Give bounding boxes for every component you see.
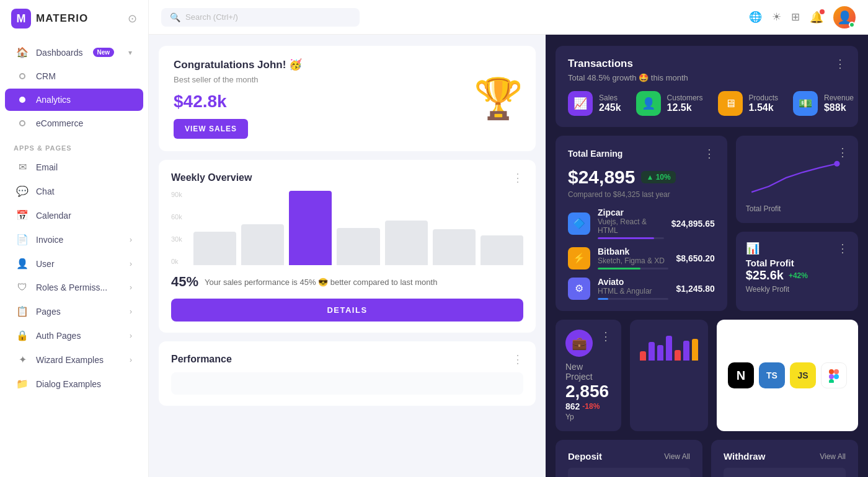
transactions-subtitle: Total 48.5% growth 🤩 this month: [568, 73, 846, 82]
bitbank-sub: Sketch, Figma & XD: [598, 256, 668, 265]
apps-pages-section: APPS & PAGES: [0, 136, 148, 154]
np-value-row: 2,856: [565, 382, 611, 401]
sidebar-item-ecommerce[interactable]: eCommerce: [5, 112, 143, 134]
bitbank-amount: $8,650.20: [676, 253, 714, 263]
chevron-right-icon-pages: ›: [130, 307, 132, 316]
bar-chart-container: 90k 60k 30k 0k: [171, 191, 523, 265]
weekly-overview-card: Weekly Overview ⋮ 90k 60k 30k 0k: [159, 160, 536, 333]
grid-icon[interactable]: ⊞: [791, 11, 800, 24]
chevron-right-icon: ›: [130, 235, 132, 244]
sidebar-collapse-icon[interactable]: ⊙: [128, 12, 137, 25]
weekly-more-button[interactable]: ⋮: [512, 171, 523, 185]
sidebar-item-user[interactable]: 👤 User ›: [5, 252, 143, 275]
withdraw-view-all[interactable]: View All: [820, 452, 846, 461]
sidebar-item-dashboards[interactable]: 🏠 Dashboards New ▾: [5, 41, 143, 64]
mini-bar-6: [683, 341, 689, 361]
wizard-icon: ✦: [16, 354, 29, 365]
sidebar-item-chat[interactable]: 💬 Chat: [5, 180, 143, 203]
sidebar-item-roles[interactable]: 🛡 Roles & Permiss... ›: [5, 276, 143, 299]
revenue-value: $88k: [824, 102, 854, 113]
aviato-sub: HTML & Angular: [598, 287, 668, 295]
mini-bar-7: [692, 339, 698, 361]
sidebar-label-dashboards: Dashboards: [36, 48, 83, 58]
performance-card: Performance ⋮: [159, 341, 536, 406]
np-sub-label: Yp: [565, 413, 611, 421]
logo-area: M MATERIO ⊙: [0, 0, 148, 37]
sidebar-label-invoice: Invoice: [36, 235, 63, 245]
transactions-title: Transactions: [568, 58, 633, 70]
sun-icon[interactable]: ☀: [772, 11, 781, 24]
dialog-icon: 📁: [16, 378, 29, 390]
sidebar-item-dialog[interactable]: 📁 Dialog Examples: [5, 372, 143, 395]
chevron-right-icon-wizard: ›: [130, 356, 132, 364]
bar-4: [337, 228, 379, 265]
sidebar-item-calendar[interactable]: 📅 Calendar: [5, 204, 143, 227]
revenue-icon: 💵: [793, 91, 818, 116]
home-icon: 🏠: [16, 46, 29, 58]
sidebar-item-pages[interactable]: 📋 Pages ›: [5, 300, 143, 323]
perf-placeholder: [171, 372, 523, 395]
stat-revenue: 💵 Revenue $88k: [793, 91, 854, 116]
aviato-icon: ⚙: [568, 278, 590, 300]
congrats-subtitle: Best seller of the month: [174, 75, 521, 84]
invoice-icon: 📄: [16, 234, 29, 245]
zipcar-amount: $24,895.65: [671, 219, 715, 229]
sidebar-item-crm[interactable]: CRM: [5, 65, 143, 87]
np-more-button[interactable]: ⋮: [600, 330, 611, 343]
sidebar-item-analytics[interactable]: Analytics: [5, 89, 143, 111]
right-panel: Transactions ⋮ Total 48.5% growth 🤩 this…: [546, 35, 868, 477]
bitbank-name: Bitbank: [598, 247, 668, 256]
circle-icon-crm: [16, 71, 29, 82]
sidebar-item-auth[interactable]: 🔒 Auth Pages ›: [5, 324, 143, 347]
user-avatar[interactable]: 👤: [833, 6, 856, 28]
earning-more-button[interactable]: ⋮: [704, 147, 715, 160]
transactions-more-button[interactable]: ⋮: [835, 57, 846, 71]
notification-bell[interactable]: 🔔: [810, 11, 823, 24]
earning-item-zipcar: 🔷 Zipcar Vuejs, React & HTML $24,895.65: [568, 208, 715, 239]
sidebar: M MATERIO ⊙ 🏠 Dashboards New ▾ CRM Analy…: [0, 0, 149, 477]
sidebar-label-auth: Auth Pages: [36, 331, 81, 341]
chevron-right-icon-user: ›: [130, 260, 132, 268]
performance-percentage: 45%: [171, 274, 198, 290]
withdraw-card: Withdraw View All: [711, 440, 858, 477]
translate-icon[interactable]: 🌐: [749, 11, 762, 24]
np-sub-row: 862 -18%: [565, 401, 611, 411]
online-status-dot: [849, 22, 855, 28]
transactions-card: Transactions ⋮ Total 48.5% growth 🤩 this…: [556, 46, 858, 127]
new-project-value: 2,856: [565, 382, 609, 401]
zipcar-icon: 🔷: [568, 212, 590, 235]
earning-amount-row: $24,895 ▲ 10%: [568, 167, 715, 188]
zipcar-name: Zipcar: [598, 208, 664, 217]
content-area: Congratulations John! 🥳 Best seller of t…: [149, 35, 868, 477]
sidebar-item-wizard[interactable]: ✦ Wizard Examples ›: [5, 348, 143, 371]
deposit-view-all[interactable]: View All: [664, 452, 690, 461]
sidebar-item-invoice[interactable]: 📄 Invoice ›: [5, 228, 143, 251]
customers-info: Customers 12.5k: [667, 94, 703, 113]
typescript-logo: TS: [759, 362, 785, 388]
bitbank-icon: ⚡: [568, 247, 590, 269]
wp-more-button[interactable]: ⋮: [837, 242, 848, 255]
logo-text: MATERIO: [36, 12, 88, 25]
earning-compare: Compared to $84,325 last year: [568, 190, 715, 199]
shield-icon: 🛡: [16, 282, 29, 293]
details-button[interactable]: DETAILS: [171, 299, 523, 322]
search-bar[interactable]: 🔍 Search (Ctrl+/): [161, 8, 360, 27]
total-profit-label: Total Profit: [746, 204, 848, 213]
earning-growth-badge: ▲ 10%: [641, 171, 675, 183]
perf-more-button[interactable]: ⋮: [512, 352, 523, 366]
zipcar-info: Zipcar Vuejs, React & HTML: [598, 208, 664, 239]
topbar: 🔍 Search (Ctrl+/) 🌐 ☀ ⊞ 🔔 👤: [149, 0, 868, 35]
bar-chart: [171, 191, 523, 265]
weekly-profit-value: $25.6k: [746, 268, 784, 282]
bar-1: [193, 232, 236, 265]
mini-bar-4: [666, 336, 672, 361]
wp-icon: 📊: [746, 242, 760, 255]
wp-header: 📊 ⋮: [746, 242, 848, 255]
sidebar-item-email[interactable]: ✉ Email: [5, 155, 143, 178]
view-sales-button[interactable]: VIEW SALES: [174, 119, 248, 139]
new-project-title: New Project: [565, 362, 611, 382]
figma-icon: [826, 368, 841, 383]
profit-more-button[interactable]: ⋮: [837, 146, 848, 159]
chevron-right-icon-auth: ›: [130, 331, 132, 340]
deposit-card: Deposit View All: [556, 440, 702, 477]
